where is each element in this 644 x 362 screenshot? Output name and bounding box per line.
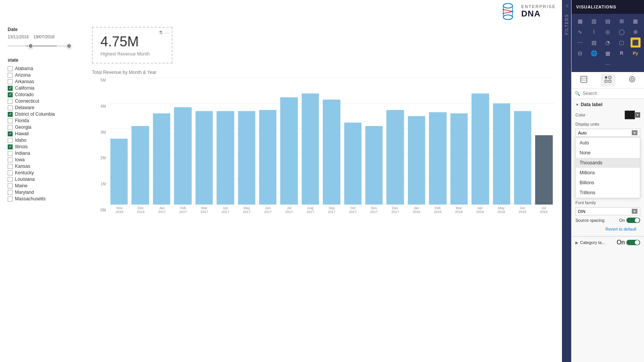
- state-checkbox[interactable]: [8, 92, 13, 97]
- state-item[interactable]: Florida: [8, 118, 84, 123]
- source-spacing-track[interactable]: [626, 218, 640, 223]
- state-item[interactable]: Kentucky: [8, 170, 84, 175]
- ellipsis-icon[interactable]: ···: [603, 59, 613, 69]
- state-item[interactable]: Iowa: [8, 157, 84, 162]
- state-item[interactable]: Delaware: [8, 105, 84, 110]
- state-checkbox[interactable]: [8, 118, 13, 123]
- area-chart-icon[interactable]: ⌇: [589, 27, 599, 37]
- bar-group[interactable]: [172, 78, 193, 205]
- state-checkbox[interactable]: [8, 73, 13, 78]
- option-trillions[interactable]: Trillions: [576, 188, 640, 198]
- state-item[interactable]: Arkansas: [8, 79, 84, 84]
- waterfall-icon[interactable]: ▨: [589, 38, 599, 48]
- py-icon[interactable]: Py: [631, 48, 641, 58]
- collapse-icon[interactable]: ◁: [563, 2, 570, 9]
- bar-group[interactable]: [406, 78, 427, 205]
- fields-tab[interactable]: [577, 74, 591, 87]
- state-checkbox[interactable]: [8, 164, 13, 169]
- bar-group[interactable]: [364, 78, 384, 205]
- bar-group[interactable]: [258, 78, 278, 205]
- bar-group[interactable]: [449, 78, 469, 205]
- slider-thumb-right[interactable]: [66, 43, 72, 49]
- display-units-dropdown[interactable]: Auto ▾: [575, 129, 640, 137]
- option-auto[interactable]: Auto: [576, 138, 640, 148]
- bar-chart-icon[interactable]: ▦: [575, 16, 585, 26]
- bar-group[interactable]: [215, 78, 235, 205]
- state-checkbox[interactable]: [8, 125, 13, 130]
- option-millions[interactable]: Millions: [576, 168, 640, 178]
- state-checkbox[interactable]: [8, 131, 13, 136]
- globe-icon[interactable]: 🌐: [589, 48, 599, 58]
- donut-chart-icon[interactable]: ◯: [617, 27, 627, 37]
- bar-group[interactable]: [427, 78, 448, 205]
- state-checkbox[interactable]: [8, 112, 13, 117]
- bar-group[interactable]: [300, 78, 320, 205]
- option-thousands[interactable]: Thousands: [576, 158, 640, 168]
- state-item[interactable]: Kansas: [8, 164, 84, 169]
- state-item[interactable]: Idaho: [8, 138, 84, 143]
- state-checkbox[interactable]: [8, 105, 13, 110]
- funnel-icon[interactable]: ⊞: [617, 16, 627, 26]
- bar-group[interactable]: [385, 78, 405, 205]
- state-item[interactable]: Alabama: [8, 66, 84, 71]
- bar-group[interactable]: [321, 78, 342, 205]
- state-checkbox[interactable]: [8, 183, 13, 188]
- data-label-header[interactable]: ▼ Data label: [575, 102, 640, 107]
- font-family-dropdown[interactable]: DIN ▾: [575, 207, 640, 215]
- state-checkbox[interactable]: [8, 170, 13, 175]
- scatter-icon[interactable]: ⋯: [575, 38, 585, 48]
- source-spacing-toggle[interactable]: On: [619, 218, 640, 223]
- analytics-tab[interactable]: [625, 74, 639, 87]
- state-checkbox[interactable]: [8, 144, 13, 149]
- category-track[interactable]: [626, 240, 640, 245]
- pie-chart-icon[interactable]: ◎: [603, 27, 613, 37]
- state-item[interactable]: Arizona: [8, 72, 84, 78]
- gauge-icon[interactable]: ◔: [603, 38, 613, 48]
- search-input[interactable]: [583, 91, 641, 96]
- state-checkbox[interactable]: [8, 86, 13, 91]
- state-checkbox[interactable]: [8, 138, 13, 143]
- card-icon[interactable]: ▢: [617, 38, 627, 48]
- state-item[interactable]: Connecticut: [8, 98, 84, 104]
- bar-group[interactable]: [534, 78, 554, 205]
- state-item[interactable]: District of Columbia: [8, 111, 84, 117]
- bar-group[interactable]: [513, 78, 533, 205]
- bar-group[interactable]: [279, 78, 299, 205]
- category-section[interactable]: ▶ Category la... On: [572, 236, 644, 248]
- color-swatch[interactable]: [624, 110, 635, 120]
- state-checkbox[interactable]: [8, 190, 13, 195]
- slider-thumb-left[interactable]: [28, 43, 33, 49]
- state-item[interactable]: Hawaii: [8, 131, 84, 136]
- state-checkbox[interactable]: [8, 66, 13, 71]
- state-item[interactable]: Maine: [8, 183, 84, 188]
- bar-group[interactable]: [237, 78, 257, 205]
- option-none[interactable]: None: [576, 148, 640, 158]
- bar-group[interactable]: [151, 78, 172, 205]
- bar-group[interactable]: [130, 78, 150, 205]
- state-checkbox[interactable]: [8, 157, 13, 162]
- state-item[interactable]: Colorado: [8, 92, 84, 97]
- slicer-icon[interactable]: ⊟: [575, 48, 585, 58]
- category-toggle[interactable]: On: [617, 239, 640, 246]
- more-icon[interactable]: ···: [165, 30, 169, 36]
- state-item[interactable]: Massachusetts: [8, 196, 84, 201]
- map-icon[interactable]: ⊕: [631, 27, 641, 37]
- state-checkbox[interactable]: [8, 99, 13, 104]
- state-item[interactable]: California: [8, 85, 84, 91]
- state-item[interactable]: Louisiana: [8, 177, 84, 182]
- state-item[interactable]: Georgia: [8, 124, 84, 130]
- stacked-bar-icon[interactable]: ▥: [589, 16, 599, 26]
- kpi-viz-icon[interactable]: ⬛: [631, 38, 641, 48]
- bar-group[interactable]: [109, 78, 129, 205]
- state-item[interactable]: Maryland: [8, 190, 84, 195]
- line-chart-icon[interactable]: ∿: [575, 27, 585, 37]
- state-item[interactable]: Indiana: [8, 151, 84, 156]
- bar-group[interactable]: [491, 78, 512, 205]
- r-icon[interactable]: R: [617, 48, 627, 58]
- state-item[interactable]: Illinois: [8, 144, 84, 149]
- column-chart-icon[interactable]: ▤: [603, 16, 613, 26]
- bar-group[interactable]: [470, 78, 490, 205]
- revert-link[interactable]: Revert to default: [575, 225, 640, 233]
- bar-group[interactable]: [194, 78, 214, 205]
- date-slider[interactable]: [8, 42, 84, 50]
